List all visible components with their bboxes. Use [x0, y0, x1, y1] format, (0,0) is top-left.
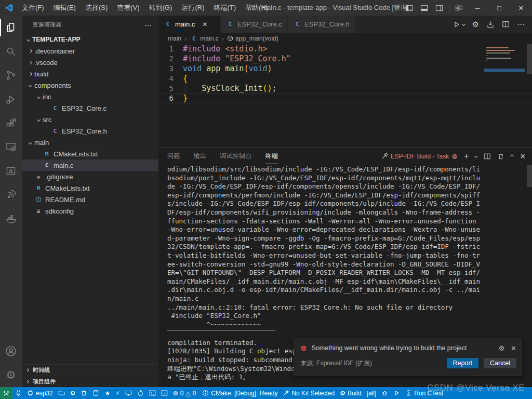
- tree-item-components[interactable]: components: [22, 79, 158, 91]
- statusbar-idf-terminal[interactable]: [147, 387, 158, 399]
- tree-item-.devcontainer[interactable]: .devcontainer: [22, 45, 158, 57]
- maximize-button[interactable]: □: [488, 0, 510, 16]
- menu-编辑E[interactable]: 编辑(E): [49, 0, 81, 16]
- tree-item-main[interactable]: main: [22, 137, 158, 148]
- statusbar-remote-indicator[interactable]: [0, 387, 12, 399]
- breadcrumb-main.c[interactable]: Cmain.c: [190, 35, 218, 42]
- statusbar-qemu[interactable]: ★: [102, 387, 113, 399]
- menu-终端T[interactable]: 终端(T): [209, 0, 241, 16]
- tree-item-README.md[interactable]: ⓘREADME.md: [22, 194, 158, 205]
- statusbar-kit-selection[interactable]: No Kit Selected: [280, 387, 337, 399]
- statusbar-menuconfig[interactable]: ⚙: [68, 387, 78, 399]
- activity-espressif-idf[interactable]: [0, 183, 22, 207]
- statusbar-open-terminal[interactable]: [158, 387, 170, 399]
- toggle-panel-icon[interactable]: [417, 0, 432, 16]
- statusbar-cmake-launch[interactable]: [391, 387, 403, 399]
- code-line-6[interactable]: 6}: [158, 94, 532, 103]
- terminal-task-item[interactable]: ESP-IDF Build - Task ⊗: [381, 152, 458, 161]
- notification-close-icon[interactable]: ✕: [511, 344, 516, 352]
- more-actions-icon[interactable]: ⋯: [517, 20, 525, 29]
- activity-output-window[interactable]: [0, 159, 22, 183]
- tree-item-sdkconfig[interactable]: ≡sdkconfig: [22, 205, 158, 217]
- statusbar-erase-flash[interactable]: [90, 387, 102, 399]
- maximize-panel-icon[interactable]: [510, 154, 514, 158]
- close-panel-icon[interactable]: ✕: [520, 152, 526, 161]
- tree-item-CMakeLists.txt[interactable]: MCMakeLists.txt: [22, 182, 158, 194]
- install-download-icon[interactable]: [486, 20, 495, 29]
- panel-tab-调试控制台[interactable]: 调试控制台: [220, 148, 252, 164]
- tree-item-CMakeLists.txt[interactable]: MCMakeLists.txt: [22, 148, 158, 159]
- menu-转到G[interactable]: 转到(G): [144, 0, 177, 16]
- statusbar-monitor-device[interactable]: [123, 387, 135, 399]
- terminal-dropdown-icon[interactable]: [474, 154, 478, 158]
- code-line-4[interactable]: 4{: [158, 74, 532, 84]
- split-terminal-icon[interactable]: [484, 153, 491, 160]
- activity-source-control[interactable]: [0, 63, 22, 87]
- tree-item-main.c[interactable]: Cmain.c: [22, 159, 158, 171]
- code-line-5[interactable]: 5 SysClock_Init();: [158, 84, 532, 94]
- tree-item-src[interactable]: src: [22, 114, 158, 125]
- activity-run-debug[interactable]: [0, 87, 22, 111]
- menu-文件F[interactable]: 文件(F): [17, 0, 49, 16]
- minimize-button[interactable]: ─: [467, 0, 488, 16]
- minimap[interactable]: [484, 46, 525, 80]
- tree-item-ESP32_Core.c[interactable]: CESP32_Core.c: [22, 102, 158, 114]
- menu-查看V[interactable]: 查看(V): [112, 0, 144, 16]
- workspace-root-folder[interactable]: TEMPLATE-APP: [22, 34, 158, 45]
- code-line-2[interactable]: 2#include "ESP32_Core.h": [158, 54, 532, 64]
- activity-extensions[interactable]: [0, 111, 22, 135]
- statusbar-cmake-debug[interactable]: [379, 387, 391, 399]
- tree-item-build[interactable]: build: [22, 68, 158, 79]
- notification-settings-icon[interactable]: ⚙: [498, 344, 504, 352]
- customize-layout-icon[interactable]: [451, 0, 467, 16]
- statusbar-cmake-build[interactable]: ⚙Build: [337, 387, 364, 399]
- activity-remote-explorer[interactable]: [0, 135, 22, 159]
- menu-选择S[interactable]: 选择(S): [81, 0, 112, 16]
- tab-main.c[interactable]: Cmain.c✕: [158, 16, 221, 33]
- statusbar-cmake-status[interactable]: CMake: [Debug]: Ready: [200, 387, 280, 399]
- tab-ESP32_Core.h[interactable]: CESP32_Core.h: [288, 16, 355, 33]
- breadcrumb-app_main(void)[interactable]: app_main(void): [227, 35, 278, 42]
- new-terminal-icon[interactable]: +: [464, 152, 469, 161]
- close-tab-icon[interactable]: ✕: [202, 21, 207, 28]
- tab-ESP32_Core.c[interactable]: CESP32_Core.c: [221, 16, 288, 33]
- run-or-debug-button[interactable]: [453, 20, 465, 29]
- more-actions-icon[interactable]: ⋯: [145, 21, 152, 29]
- cancel-button[interactable]: Cancel: [484, 358, 516, 368]
- statusbar-project-config[interactable]: [56, 387, 68, 399]
- code-line-3[interactable]: 3void app_main(void): [158, 64, 532, 74]
- activity-settings[interactable]: ⚙: [0, 363, 22, 387]
- code-editor[interactable]: 1#include <stdio.h>2#include "ESP32_Core…: [158, 44, 532, 148]
- section-项目组件[interactable]: 项目组件: [22, 376, 158, 387]
- code-line-1[interactable]: 1#include <stdio.h>: [158, 44, 532, 54]
- activity-docker[interactable]: [0, 207, 22, 231]
- kill-task-icon[interactable]: ⊗: [451, 152, 458, 161]
- statusbar-device-target[interactable]: esp32: [24, 387, 56, 399]
- statusbar-problems[interactable]: ⊗0△0: [170, 387, 199, 399]
- kill-terminal-trash-icon[interactable]: [497, 153, 504, 160]
- section-时间线[interactable]: 时间线: [22, 364, 158, 376]
- report-button[interactable]: Report: [447, 358, 479, 368]
- breadcrumb-main[interactable]: main: [168, 35, 181, 42]
- panel-tab-输出[interactable]: 输出: [194, 148, 207, 164]
- tree-item-ESP32_Core.h[interactable]: CESP32_Core.h: [22, 125, 158, 137]
- activity-explorer[interactable]: [0, 16, 22, 39]
- tree-item-.gitignore[interactable]: ◆.gitignore: [22, 171, 158, 182]
- activity-account[interactable]: [0, 339, 22, 363]
- close-button[interactable]: ✕: [510, 0, 532, 16]
- toggle-secondary-sidebar-icon[interactable]: [432, 0, 447, 16]
- menu-运行R[interactable]: 运行(R): [177, 0, 209, 16]
- statusbar-build-flash-monitor[interactable]: [135, 387, 147, 399]
- statusbar-flash-device[interactable]: ⚡: [113, 387, 122, 399]
- terminal-scrollbar[interactable]: [527, 165, 532, 387]
- panel-tab-问题[interactable]: 问题: [167, 148, 180, 164]
- statusbar-serial-port[interactable]: [12, 387, 24, 399]
- statusbar-build-target[interactable]: [all]: [364, 387, 379, 399]
- tree-item-.vscode[interactable]: .vscode: [22, 57, 158, 68]
- tree-item-inc[interactable]: inc: [22, 91, 158, 102]
- breadcrumb[interactable]: main›Cmain.c›app_main(void): [158, 33, 532, 44]
- panel-tab-终端[interactable]: 终端: [265, 148, 278, 164]
- split-editor-icon[interactable]: [502, 20, 510, 28]
- editor-scrollbar[interactable]: [527, 44, 532, 148]
- activity-search[interactable]: [0, 39, 22, 63]
